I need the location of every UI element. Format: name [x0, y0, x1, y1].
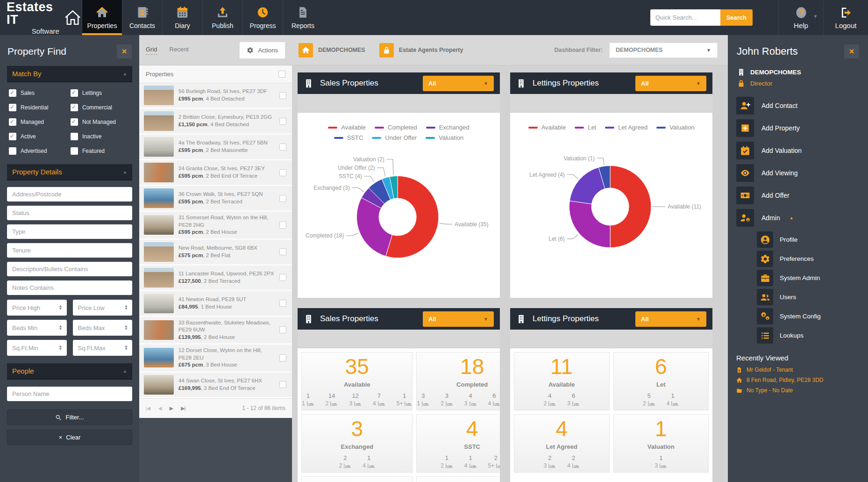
- nav-tab[interactable]: Diary: [162, 0, 202, 35]
- match-by-section-header[interactable]: Match By ▲: [7, 66, 132, 82]
- filter-button[interactable]: Filter...: [7, 410, 132, 425]
- quick-action-item[interactable]: Add Viewing ▲: [736, 164, 860, 182]
- property-checkbox[interactable]: [279, 144, 286, 151]
- stepper-icon[interactable]: ▲▼: [124, 305, 128, 310]
- match-by-checkbox[interactable]: Not Managed: [71, 118, 130, 126]
- donut-slice[interactable]: [569, 201, 610, 248]
- property-checkbox[interactable]: [279, 195, 286, 202]
- panel-filter-select[interactable]: All ▼: [423, 76, 494, 91]
- stat-card[interactable]: 11 Available 4 2: [514, 352, 610, 410]
- context-badge[interactable]: Estate Agents Property: [379, 43, 463, 58]
- admin-submenu-item[interactable]: Users: [757, 289, 860, 305]
- last-page-icon[interactable]: ▶|: [181, 405, 185, 411]
- property-checkbox[interactable]: [279, 326, 286, 333]
- help-button[interactable]: ? Help ▼: [778, 0, 823, 35]
- panel-filter-select[interactable]: All ▼: [423, 311, 494, 327]
- property-checkbox[interactable]: [279, 169, 286, 176]
- stat-card[interactable]: 3 Exchanged 2 2: [301, 414, 413, 473]
- stepper-icon[interactable]: ▲▼: [59, 345, 63, 351]
- property-detail-field[interactable]: [7, 243, 132, 258]
- stat-card[interactable]: 4 Let Agreed 2 3: [514, 414, 610, 473]
- property-detail-field[interactable]: [7, 262, 132, 276]
- property-checkbox[interactable]: [279, 248, 286, 255]
- first-page-icon[interactable]: |◀: [146, 405, 150, 411]
- admin-submenu-item[interactable]: Profile: [757, 231, 860, 248]
- nav-tab[interactable]: Properties: [82, 0, 122, 35]
- property-list-item[interactable]: New Road, Melbourne, SG8 6BX £575 pcm2 B…: [139, 240, 292, 266]
- donut-chart[interactable]: Available (35)Completed (18)Exchanged (3…: [298, 141, 500, 284]
- recently-viewed-item[interactable]: 8 Fen Road, Pidley, PE28 3DD: [736, 377, 860, 383]
- search-button[interactable]: Search: [720, 9, 753, 26]
- quick-action-item[interactable]: Add Valuation ▲: [736, 142, 860, 159]
- checkbox-icon[interactable]: [9, 89, 16, 97]
- admin-submenu-item[interactable]: System Admin: [757, 270, 860, 286]
- legend-item[interactable]: SSTC: [334, 134, 363, 141]
- nav-tab[interactable]: Reports: [283, 0, 323, 35]
- property-checkbox[interactable]: [279, 354, 286, 361]
- match-by-checkbox[interactable]: Inactive: [71, 133, 130, 140]
- number-field[interactable]: Price High ▲▼: [7, 300, 67, 316]
- nav-tab[interactable]: Progress: [242, 0, 283, 35]
- recently-viewed-item[interactable]: No Type - No Date: [736, 387, 860, 394]
- property-list-item[interactable]: 36 Crown Walk, St Ives, PE27 5QN £595 pc…: [139, 186, 292, 212]
- people-section-header[interactable]: People ▲: [7, 363, 132, 380]
- property-details-section-header[interactable]: Property Details ▲: [7, 164, 132, 180]
- stat-card[interactable]: 35 Available 1 1: [301, 352, 413, 410]
- donut-slice[interactable]: [569, 167, 605, 204]
- match-by-checkbox[interactable]: Managed: [9, 118, 69, 126]
- checkbox-icon[interactable]: [71, 133, 78, 140]
- property-checkbox[interactable]: [279, 274, 286, 281]
- stepper-icon[interactable]: ▲▼: [124, 345, 128, 351]
- property-list-item[interactable]: 44 Swan Close, St Ives, PE27 6HX £169,99…: [139, 373, 292, 398]
- nav-tab[interactable]: Publish: [202, 0, 242, 35]
- donut-chart[interactable]: Available (11)Let (6)Let Agreed (4)Valua…: [510, 131, 712, 273]
- property-detail-field[interactable]: [7, 206, 132, 220]
- property-detail-field[interactable]: [7, 187, 132, 201]
- checkbox-icon[interactable]: [71, 147, 78, 155]
- checkbox-icon[interactable]: [9, 133, 16, 140]
- match-by-checkbox[interactable]: Lettings: [71, 89, 130, 97]
- quick-action-item[interactable]: Admin ▲: [736, 209, 860, 227]
- panel-filter-select[interactable]: All ▼: [635, 76, 706, 91]
- match-by-checkbox[interactable]: Active: [9, 133, 69, 140]
- clear-button[interactable]: × Clear: [7, 430, 132, 445]
- property-list-item[interactable]: 4a The Broadway, St Ives, PE27 5BN £595 …: [139, 135, 292, 160]
- person-name-field[interactable]: [7, 387, 132, 401]
- stat-card[interactable]: 6 Let 5 2: [613, 352, 709, 410]
- property-list-item[interactable]: 24 Granta Close, St Ives, PE27 3EY £595 …: [139, 160, 292, 186]
- legend-item[interactable]: Exchanged: [426, 124, 470, 131]
- recently-viewed-item[interactable]: Mr Geldof - Tenant: [736, 367, 860, 373]
- stepper-icon[interactable]: ▲▼: [59, 325, 63, 331]
- number-field[interactable]: Beds Max ▲▼: [73, 320, 133, 336]
- number-field[interactable]: Beds Min ▲▼: [7, 320, 67, 336]
- legend-item[interactable]: Available: [528, 124, 566, 131]
- context-badge[interactable]: DEMOPCHOMES: [299, 43, 365, 58]
- match-by-checkbox[interactable]: Residential: [9, 104, 69, 111]
- legend-item[interactable]: Let: [575, 124, 596, 131]
- legend-item[interactable]: Let Agreed: [605, 124, 647, 131]
- list-view-tab[interactable]: Recent: [170, 46, 189, 54]
- checkbox-icon[interactable]: [9, 147, 16, 155]
- property-checkbox[interactable]: [279, 300, 286, 307]
- list-view-tab[interactable]: Grid: [146, 46, 157, 55]
- donut-slice[interactable]: [356, 198, 392, 256]
- stat-card[interactable]: 4 SSTC 1 2: [416, 414, 500, 473]
- admin-submenu-item[interactable]: Lookups: [757, 327, 860, 344]
- stat-card[interactable]: 18 Completed 3 1: [416, 352, 500, 410]
- stepper-icon[interactable]: ▲▼: [59, 305, 63, 310]
- match-by-checkbox[interactable]: Commercial: [71, 104, 130, 111]
- admin-submenu-item[interactable]: System Config: [757, 308, 860, 324]
- stat-card[interactable]: 1 Valuation 1 3: [613, 414, 709, 473]
- logout-button[interactable]: Logout: [823, 0, 868, 35]
- property-list-item[interactable]: 33 Bassenthwaite, Stukeley Meadows, PE29…: [139, 317, 292, 345]
- next-page-icon[interactable]: ▶: [170, 405, 173, 411]
- property-list-item[interactable]: 31 Somerset Road, Wyton on the Hill, PE2…: [139, 212, 292, 240]
- property-list-item[interactable]: 2 Brittian Close, Eynesbury, PE19 2GG £1…: [139, 109, 292, 135]
- stepper-icon[interactable]: ▲▼: [124, 325, 128, 331]
- actions-button[interactable]: Actions: [239, 42, 285, 59]
- checkbox-icon[interactable]: [9, 118, 16, 126]
- property-list-item[interactable]: 56 Burleigh Road, St Ives, PE27 3DF £995…: [139, 83, 292, 109]
- number-field[interactable]: Price Low ▲▼: [73, 300, 133, 316]
- checkbox-icon[interactable]: [71, 118, 78, 126]
- close-icon[interactable]: ×: [117, 44, 132, 58]
